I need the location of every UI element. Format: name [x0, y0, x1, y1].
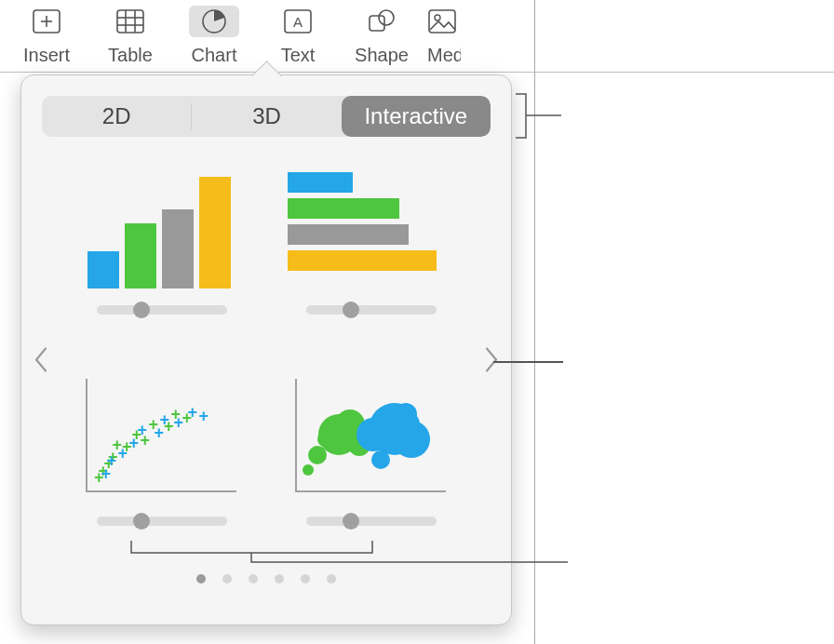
toolbar-insert[interactable]: Insert: [5, 2, 88, 66]
toolbar-text[interactable]: A Text: [256, 2, 340, 66]
toolbar-chart[interactable]: Chart: [172, 2, 256, 66]
toolbar-label: Insert: [5, 45, 88, 66]
tab-interactive[interactable]: Interactive: [342, 96, 491, 137]
interactive-bar-chart-thumb[interactable]: [285, 163, 457, 352]
chart-grid-area: ++++++++++++++++++++++: [21, 163, 511, 563]
interactive-column-chart-thumb[interactable]: [75, 163, 248, 352]
svg-rect-3: [117, 10, 143, 33]
svg-rect-13: [429, 10, 455, 33]
svg-point-12: [379, 10, 394, 25]
scatter-chart-preview: ++++++++++++++++++++++: [78, 374, 246, 500]
next-page-arrow[interactable]: [474, 337, 509, 390]
toolbar-label: Chart: [172, 45, 256, 66]
interactive-slider: [97, 517, 227, 526]
toolbar-label: Media: [424, 45, 461, 66]
annotation-bracket-tabs: [515, 93, 571, 140]
bubble-chart-preview: [288, 374, 455, 500]
insert-icon: [5, 6, 88, 37]
toolbar-label: Shape: [340, 45, 424, 66]
toolbar-media[interactable]: Media: [424, 2, 461, 66]
toolbar-label: Table: [88, 45, 172, 66]
chart-type-segmented-control: 2D 3D Interactive: [42, 96, 491, 137]
svg-point-14: [435, 15, 440, 20]
previous-page-arrow[interactable]: [23, 337, 59, 390]
interactive-bubble-chart-thumb[interactable]: [285, 374, 457, 563]
shape-icon: [340, 6, 424, 37]
toolbar-shape[interactable]: Shape: [340, 2, 424, 66]
toolbar-table[interactable]: Table: [88, 2, 172, 66]
table-icon: [88, 6, 172, 37]
bar-chart-preview: [288, 163, 455, 288]
chart-icon: [189, 6, 239, 37]
column-chart-preview: [78, 163, 246, 288]
interactive-slider: [306, 517, 437, 526]
tab-3d[interactable]: 3D: [192, 96, 341, 137]
annotation-bracket-thumbs: [130, 540, 577, 577]
interactive-slider: [97, 305, 227, 315]
svg-text:A: A: [293, 14, 303, 30]
tab-2d[interactable]: 2D: [42, 96, 191, 137]
text-icon: A: [256, 6, 340, 37]
interactive-slider: [306, 305, 437, 315]
interactive-scatter-chart-thumb[interactable]: ++++++++++++++++++++++: [75, 374, 248, 563]
annotation-line-arrow: [493, 361, 563, 363]
media-icon: [424, 6, 461, 37]
toolbar: Insert Table Chart A Text Shape Media: [0, 0, 834, 73]
